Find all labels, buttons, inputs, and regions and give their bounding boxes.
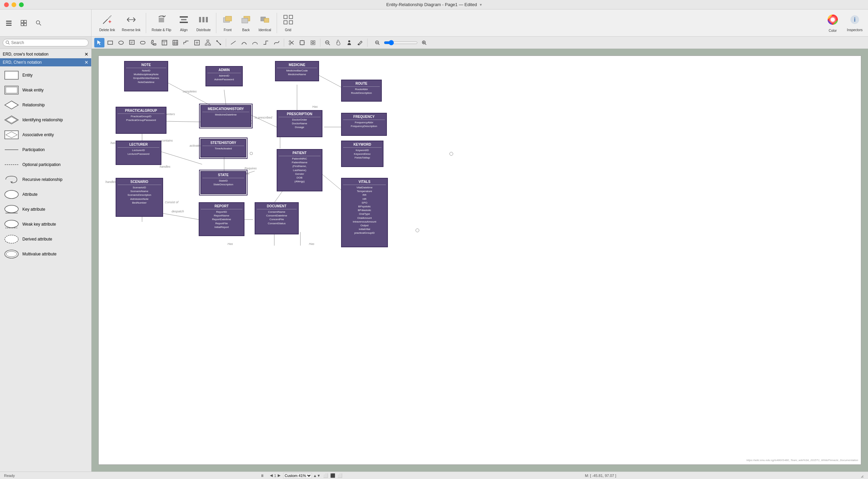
oval-tool[interactable] [116,38,126,47]
line-tool[interactable] [228,38,238,47]
view-icon-1[interactable]: ⬜ [323,473,328,478]
zoom-slider[interactable] [384,40,418,45]
resize-handle[interactable] [859,473,864,478]
shape-key-attribute[interactable]: Key attribute [0,202,91,217]
entity-route[interactable]: ROUTE RouteAbbrRouteDescription [341,80,382,102]
svg-rect-23 [180,22,188,23]
tree-connect-tool[interactable] [203,38,213,47]
rotate-flip-button[interactable]: Rotate & Flip [149,13,174,33]
entity-note[interactable]: NOTE NoteIDMultidisciplinaryNoteGropuMem… [124,61,168,91]
maximize-button[interactable] [19,2,24,7]
view-icon-3[interactable]: ⬜ [337,473,342,478]
shape-relationship[interactable]: Relationship [0,98,91,112]
connect-tool[interactable] [214,38,224,47]
next-page-button[interactable]: ▶ [278,473,280,478]
shape-weak-key-attribute[interactable]: Weak key attribute [0,217,91,232]
shape-identifying-rel[interactable]: Identifying relationship [0,112,91,127]
rect-tool[interactable] [105,38,115,47]
entity-keyword[interactable]: KEYWORD KeywordIDKeywordDescFieldsToMap [341,141,383,167]
phone-tool[interactable] [149,38,159,47]
delete-link-button[interactable]: Delete link [97,13,118,33]
svg-rect-24 [199,17,201,22]
svg-rect-103 [300,41,304,45]
ortho-tool[interactable] [261,38,271,47]
entity-practicalgroup[interactable]: PRACTICALGROUP PracticalGroupIDPractical… [116,107,166,134]
sidebar-grid-view[interactable] [18,17,30,29]
select-tool[interactable] [94,38,104,47]
grid-button[interactable]: Grid [280,13,297,33]
process-tool[interactable] [138,38,148,47]
inspectors-button[interactable]: i Inspectors [844,13,865,33]
grid-tool[interactable] [170,38,180,47]
shape-associative-entity[interactable]: Associative entity [0,127,91,142]
scissors-tool[interactable] [286,38,296,47]
svg-rect-46 [21,23,23,26]
curve-tool[interactable] [239,38,249,47]
rotate-flip-icon [156,14,167,27]
reverse-link-button[interactable]: Reverse link [119,13,143,33]
associative-entity-preview [4,129,19,140]
entity-medicationhistory[interactable]: MEDICATIONHISTORY MedicineDatetime [200,105,251,127]
sidebar-list-view[interactable] [3,17,15,29]
pause-button[interactable]: ⏸ [257,471,267,479]
library-chen[interactable]: ERD, Chen's notation ✕ [0,58,91,66]
svg-rect-25 [202,17,204,22]
entity-admin[interactable]: ADMIN AdminIDAdminPassword [205,66,243,86]
prev-page-button[interactable]: ◀ [270,473,273,478]
minimize-button[interactable] [12,2,16,7]
entity-scenario[interactable]: SCENARIO ScenarioIDScenarioNameScenarioD… [116,178,163,217]
library-crowfoot-close[interactable]: ✕ [84,51,88,57]
search-input[interactable] [3,39,88,46]
shape-multivalue[interactable]: Multivalue attribute [0,247,91,262]
entity-lecturer[interactable]: LECTURER LecturerIDLecturerPassword [116,141,161,165]
shape-entity[interactable]: Entity [0,68,91,83]
hand-tool[interactable] [333,38,343,47]
entity-prescription[interactable]: PRESCRIPTION DoctorOrderDoctorNameDosage [277,110,322,137]
library-chen-close[interactable]: ✕ [84,60,88,65]
person-tool[interactable] [344,38,354,47]
brush-tool[interactable] [355,38,365,47]
text-tool[interactable] [127,38,137,47]
bezier-tool[interactable] [272,38,282,47]
back-button[interactable]: Back [237,13,254,33]
shape-weak-entity[interactable]: Weak entity [0,83,91,98]
step-tool[interactable] [181,38,191,47]
entity-medicine[interactable]: MEDICINE MedicineBarCodeMedicineName [275,61,319,81]
svg-rect-58 [5,131,18,139]
sidebar-search-btn[interactable] [33,17,45,29]
entity-stetehistory[interactable]: STETEHISTORY TimeActivated [200,139,246,158]
align-button[interactable]: Align [175,13,192,33]
table-tool[interactable] [159,38,170,47]
crop-tool[interactable] [308,38,318,47]
view-icon-2[interactable]: ⬛ [330,473,335,478]
expand-tool[interactable] [192,38,202,47]
close-button[interactable] [4,2,9,7]
shape-derived-attribute[interactable]: Derived attribute [0,232,91,247]
entity-report[interactable]: REPORT ReportIDReportNameReportDatetimeR… [199,202,244,236]
drawing-toolbar [92,37,868,49]
library-crowfoot[interactable]: ERD, crow's foot notation ✕ [0,50,91,58]
identical-button[interactable]: Identical [256,13,274,33]
entity-patient[interactable]: PATIENT PatientNRICPatientName(FirstName… [277,149,322,191]
entity-state[interactable]: STATE StateIDStateDescription [200,171,246,194]
shape-participation[interactable]: Participation [0,142,91,157]
color-button[interactable]: Color [824,12,842,34]
shape-recursive-relationship[interactable]: Recursive relationship [0,172,91,187]
zoom-plus[interactable] [419,38,429,47]
zoom-minus[interactable] [372,38,382,47]
zoom-out-button[interactable] [322,38,333,47]
diagram-canvas[interactable]: completes enters contains handles activa… [98,56,861,465]
entity-frequency[interactable]: FREQUENCY FrequencyAbbrFrequencyDescript… [341,113,387,136]
shape-attribute[interactable]: Attribute [0,187,91,202]
resize-tool[interactable] [297,38,307,47]
entity-vitals[interactable]: VITALS VitalDatetimeTemperatureRRHRSPOBP… [341,178,388,247]
arc-tool[interactable] [250,38,260,47]
distribute-button[interactable]: Distribute [194,13,213,33]
svg-rect-28 [225,16,232,21]
entity-document[interactable]: DOCUMENT ConsentNameConsentDatetimeConce… [255,202,299,234]
shape-optional-participation[interactable]: Optional participation [0,157,91,172]
front-button[interactable]: Front [219,13,236,33]
canvas-area[interactable]: completes enters contains handles activa… [92,49,868,472]
svg-rect-20 [159,18,164,22]
zoom-dropdown[interactable]: Custom 41% 25% 50% 75% 100% 150% 200% [283,473,312,478]
